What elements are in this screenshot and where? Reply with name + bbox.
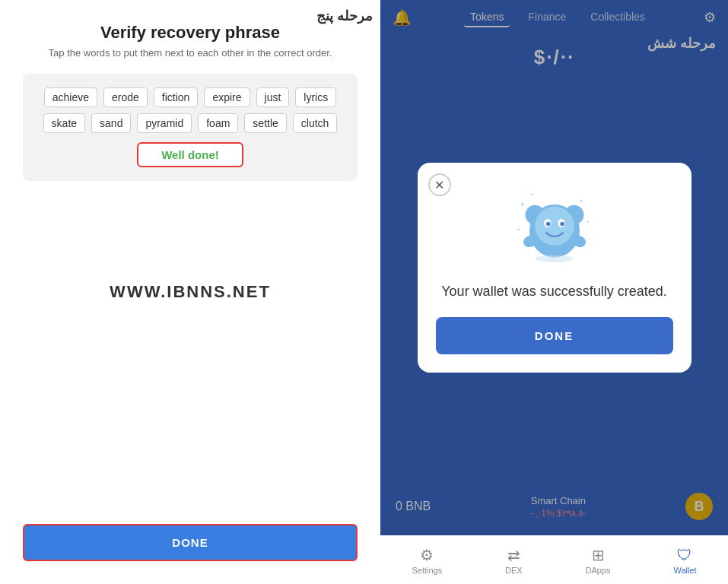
word-pyramid[interactable]: pyramid xyxy=(137,113,192,133)
settings-nav-icon: ⚙ xyxy=(420,546,434,564)
word-skate[interactable]: skate xyxy=(43,113,85,133)
svg-text:✦: ✦ xyxy=(579,198,583,205)
word-lyrics[interactable]: lyrics xyxy=(295,87,336,107)
nav-wallet[interactable]: 🛡 Wallet xyxy=(673,547,696,575)
word-clutch[interactable]: clutch xyxy=(293,113,338,133)
verify-title: Verify recovery phrase xyxy=(100,23,280,43)
svg-text:✦: ✦ xyxy=(586,220,590,224)
watermark: WWW.IBNNS.NET xyxy=(110,282,271,302)
nav-dapps[interactable]: ⊞ DApps xyxy=(586,546,611,575)
bottom-nav: ⚙ Settings ⇄ DEX ⊞ DApps 🛡 Wallet xyxy=(380,535,728,584)
dex-nav-icon: ⇄ xyxy=(507,546,520,564)
word-sand[interactable]: sand xyxy=(91,113,131,133)
nav-dex[interactable]: ⇄ DEX xyxy=(505,546,523,575)
modal-success-text: Your wallet was successfully created. xyxy=(441,281,666,302)
svg-point-15 xyxy=(535,256,574,262)
nav-dex-label: DEX xyxy=(505,566,523,575)
verify-subtitle: Tap the words to put them next to each o… xyxy=(49,47,332,59)
word-just[interactable]: just xyxy=(256,87,290,107)
done-button-wrapper: DONE xyxy=(23,524,358,561)
svg-point-12 xyxy=(560,222,564,227)
mascot-illustration: ✦ ✦ ✦ ✦ ✦ xyxy=(513,186,596,269)
words-area: achieve erode fiction expire just lyrics… xyxy=(23,74,358,181)
step-label-left: مرحله پنج xyxy=(316,8,373,24)
svg-point-8 xyxy=(535,207,574,246)
word-expire[interactable]: expire xyxy=(204,87,250,107)
svg-text:✦: ✦ xyxy=(529,192,533,197)
svg-text:✦: ✦ xyxy=(520,201,526,208)
nav-wallet-label: Wallet xyxy=(673,566,696,575)
left-panel: مرحله پنج Verify recovery phrase Tap the… xyxy=(0,0,380,584)
modal-done-button[interactable]: DONE xyxy=(436,317,673,354)
word-settle[interactable]: settle xyxy=(244,113,286,133)
word-foam[interactable]: foam xyxy=(198,113,238,133)
success-modal: ✕ ✦ ✦ ✦ ✦ ✦ xyxy=(418,163,691,373)
svg-text:✦: ✦ xyxy=(516,227,520,232)
wallet-nav-icon: 🛡 xyxy=(677,547,692,564)
nav-dapps-label: DApps xyxy=(586,566,611,575)
dapps-nav-icon: ⊞ xyxy=(592,546,605,564)
done-button[interactable]: DONE xyxy=(23,524,358,561)
svg-point-11 xyxy=(546,222,551,227)
word-fiction[interactable]: fiction xyxy=(154,87,199,107)
modal-overlay: ✕ ✦ ✦ ✦ ✦ ✦ xyxy=(380,0,728,535)
nav-settings-label: Settings xyxy=(412,566,442,575)
modal-close-button[interactable]: ✕ xyxy=(428,173,451,196)
word-achieve[interactable]: achieve xyxy=(44,87,97,107)
word-erode[interactable]: erode xyxy=(103,87,148,107)
well-done-badge: Well done! xyxy=(137,142,243,167)
right-panel: 🔔 Tokens Finance Collectibles ⚙ مرحله شش… xyxy=(380,0,728,584)
nav-settings[interactable]: ⚙ Settings xyxy=(412,546,442,575)
